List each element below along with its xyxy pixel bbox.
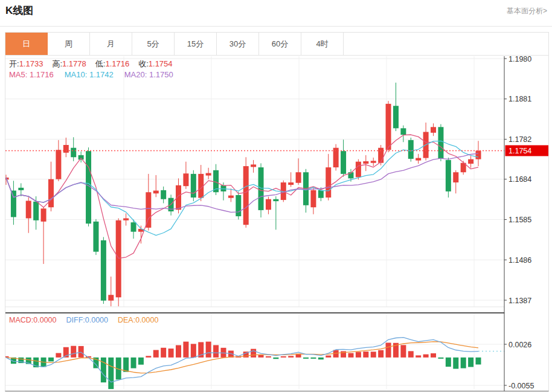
svg-text:1.1585: 1.1585 — [509, 216, 531, 224]
tab-5分[interactable]: 5分 — [132, 33, 175, 55]
macd-legend: MACD:0.0000DIFF:0.0000DEA:0.0000 — [9, 316, 158, 324]
high-label: 高: — [52, 59, 62, 68]
page-title: K线图 — [5, 4, 33, 18]
open-label: 开: — [9, 59, 19, 68]
svg-text:1.1782: 1.1782 — [509, 135, 531, 144]
kline-page: K线图 基本面分析> 日周月5分15分30分60分4时 1.19801.1881… — [0, 0, 552, 392]
ma5-legend: MA5: 1.1716 — [9, 70, 54, 79]
high-value: 1.1778 — [62, 59, 86, 68]
svg-text:1.1486: 1.1486 — [509, 256, 531, 265]
interval-tabbar: 日周月5分15分30分60分4时 — [5, 32, 549, 56]
svg-text:-0.0055: -0.0055 — [509, 382, 534, 390]
tab-60分[interactable]: 60分 — [259, 33, 301, 55]
svg-text:1.1684: 1.1684 — [509, 175, 531, 184]
svg-text:1.1980: 1.1980 — [509, 56, 531, 63]
tab-15分[interactable]: 15分 — [175, 33, 217, 55]
dea-value: DEA:0.0000 — [118, 316, 158, 324]
svg-text:0.0026: 0.0026 — [509, 341, 531, 349]
ohlc-legend: 开:1.1733高:1.1778低:1.1716收:1.1754 — [9, 59, 182, 69]
tab-周[interactable]: 周 — [48, 33, 90, 55]
svg-text:1.1754: 1.1754 — [509, 147, 531, 155]
header-divider — [0, 26, 552, 27]
low-value: 1.1716 — [105, 59, 129, 68]
macd-value: MACD:0.0000 — [9, 316, 57, 324]
fundamental-analysis-link[interactable]: 基本面分析> — [507, 6, 547, 16]
svg-text:1.1881: 1.1881 — [509, 95, 531, 103]
close-value: 1.1754 — [149, 59, 173, 68]
ma20-legend: MA20: 1.1750 — [124, 70, 173, 79]
ma-legend: MA5: 1.1716MA10: 1.1742MA20: 1.1750 — [9, 70, 173, 79]
kline-chart[interactable]: 1.19801.18811.17821.16841.15851.14861.13… — [5, 56, 548, 391]
tab-月[interactable]: 月 — [90, 33, 132, 55]
low-label: 低: — [95, 59, 106, 68]
diff-value: DIFF:0.0000 — [66, 316, 108, 324]
ma10-legend: MA10: 1.1742 — [65, 70, 114, 79]
tab-日[interactable]: 日 — [5, 33, 48, 55]
svg-text:1.1387: 1.1387 — [509, 297, 531, 305]
tab-30分[interactable]: 30分 — [217, 33, 259, 55]
open-value: 1.1733 — [19, 59, 43, 68]
close-label: 收: — [138, 59, 149, 68]
tab-4时[interactable]: 4时 — [301, 33, 344, 55]
